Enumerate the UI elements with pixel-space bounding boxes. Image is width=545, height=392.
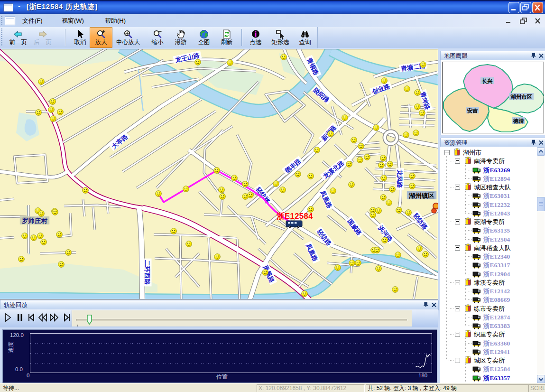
vehicle-marker-smiley[interactable] [346,161,352,168]
menu-help[interactable]: 帮助(H) [102,16,129,25]
toolbar-button-zoom-in[interactable]: 放大 [90,27,112,48]
toolbar-grip[interactable] [1,28,2,46]
map-viewport[interactable]: 龙王山路青铜路陵阳路创业路青塘二路青坤路新湖路德丰路龙溪北路大亭路轻纺路轻纺路轻… [0,49,438,299]
tree-collapse-button[interactable] [444,150,450,155]
menu-file[interactable]: 文件(F) [19,16,46,25]
toolbar-button-query[interactable]: 查询 [295,28,315,47]
fast-forward-button[interactable] [49,312,59,323]
tree-vehicle-row[interactable]: 浙E12904 [440,270,537,278]
vehicle-marker-smiley[interactable] [214,168,220,174]
toolbar-button-rect-select[interactable]: 矩形选 [268,28,293,47]
scroll-up-button[interactable] [537,147,545,156]
vehicle-marker-smiley[interactable] [183,186,189,192]
vehicle-marker-smiley[interactable] [280,187,286,193]
tree-scrollbar[interactable] [537,147,545,383]
playback-pin-icon[interactable] [423,302,429,308]
vehicle-marker-smiley[interactable] [370,212,376,218]
vehicle-marker-smiley[interactable] [231,175,238,181]
vehicle-marker-smiley[interactable] [330,188,336,194]
tree-collapse-button[interactable] [455,306,460,311]
app-icon[interactable] [3,3,13,12]
vehicle-marker-smiley[interactable] [376,208,382,214]
vehicle-marker-smiley[interactable] [186,241,192,247]
tree-vehicle-row[interactable]: 浙E08669 [440,295,537,304]
tree-collapse-button[interactable] [455,159,460,164]
tree-vehicle-row[interactable]: 浙E12340 [440,252,537,261]
vehicle-marker-smiley[interactable] [50,116,56,122]
vehicle-marker-smiley[interactable] [386,200,392,206]
tree-group-row[interactable]: 城区专卖所 [440,356,537,364]
tree-collapse-button[interactable] [455,358,460,363]
tree-vehicle-row[interactable]: 浙E63360 [440,339,537,347]
resource-close-icon[interactable] [538,140,544,145]
tree-group-row[interactable]: 南浔专卖所 [440,157,537,165]
mdi-minimize-button[interactable] [506,22,510,23]
vehicle-marker-smiley[interactable] [38,211,45,217]
vehicle-marker-smiley[interactable] [58,261,65,268]
toolbar-button-cancel[interactable]: 取消 [71,28,90,47]
vehicle-marker-smiley[interactable] [171,228,177,234]
vehicle-marker-smiley[interactable] [423,252,429,258]
tree-collapse-button[interactable] [455,332,460,337]
tree-vehicle-row[interactable]: 浙E12504 [440,235,537,243]
vehicle-marker-smiley[interactable] [419,110,425,116]
vehicle-marker-smiley[interactable] [379,162,385,168]
tree-vehicle-row[interactable]: 浙E63317 [440,261,537,269]
vehicle-marker-smiley[interactable] [376,266,382,272]
vehicle-marker-smiley[interactable] [22,233,28,239]
vehicle-marker-smiley[interactable] [248,192,254,198]
tree-group-row[interactable]: 织里专卖所 [440,330,537,338]
tree-group-row[interactable]: 湖州市 [440,148,537,157]
vehicle-marker-smiley[interactable] [38,79,45,85]
vehicle-marker-smiley[interactable] [357,157,363,163]
vehicle-marker-smiley[interactable] [273,181,279,187]
vehicle-marker-smiley[interactable] [413,130,419,136]
playback-slider-track[interactable] [76,319,407,321]
vehicle-marker-smiley[interactable] [392,287,398,293]
vehicle-marker-smiley[interactable] [50,99,56,105]
play-button[interactable] [3,312,13,323]
vehicle-marker-smiley[interactable] [335,265,341,271]
tree-vehicle-row[interactable]: 浙E12232 [440,200,537,209]
pause-button[interactable] [15,312,25,323]
vehicle-marker-smiley[interactable] [48,107,55,113]
tree-vehicle-row[interactable]: 浙E63031 [440,191,537,200]
vehicle-marker-smiley[interactable] [355,260,361,266]
tracked-vehicle-icon[interactable] [286,221,302,228]
vehicle-marker-smiley[interactable] [308,173,314,179]
scroll-down-button[interactable] [537,375,545,383]
tree-vehicle-row[interactable]: 浙E12142 [440,287,537,295]
vehicle-marker-smiley[interactable] [358,143,364,149]
step-last-button[interactable] [62,312,72,323]
tree-vehicle-row[interactable]: 浙E63135 [440,226,537,234]
vehicle-marker-smiley[interactable] [406,210,412,216]
vehicle-marker-smiley[interactable] [381,78,388,84]
vehicle-marker-smiley[interactable] [156,191,162,197]
mdi-restore-button[interactable] [520,18,527,24]
tree-vehicle-row[interactable]: 浙E12584 [440,364,537,373]
vehicle-marker-smiley[interactable] [415,90,421,96]
vehicle-marker-smiley[interactable] [195,59,201,65]
vehicle-marker-smiley[interactable] [328,131,334,137]
toolbar-button-prev-page[interactable]: 前一页 [6,28,30,47]
toolbar-button-center-zoom[interactable]: 中心放大 [112,28,144,47]
resource-pin-icon[interactable] [531,140,536,145]
overview-map[interactable]: 长兴湖州市区安吉德清 [442,62,544,133]
tree-vehicle-row[interactable]: 浙E12043 [440,209,537,217]
scrollbar-thumb[interactable] [537,197,545,211]
toolbar-button-full-map[interactable]: 全图 [194,28,214,47]
tree-vehicle-row[interactable]: 浙E63357 [440,373,537,382]
toolbar-button-point-select[interactable]: 点选 [246,28,266,47]
tree-collapse-button[interactable] [455,219,460,224]
tree-collapse-button[interactable] [455,245,460,251]
vehicle-marker-smiley[interactable] [403,132,409,138]
close-button[interactable] [532,2,543,13]
tree-vehicle-row[interactable]: 浙E12894 [440,174,537,183]
step-first-button[interactable] [26,312,37,323]
tree-collapse-button[interactable] [455,185,460,190]
vehicle-marker-smiley[interactable] [382,237,388,243]
vehicle-marker-smiley[interactable] [404,86,410,92]
toolbar-button-pan[interactable]: 漫游 [171,28,191,47]
toolbar-button-refresh[interactable]: 刷新 [216,28,237,47]
vehicle-marker-smiley[interactable] [37,233,44,239]
